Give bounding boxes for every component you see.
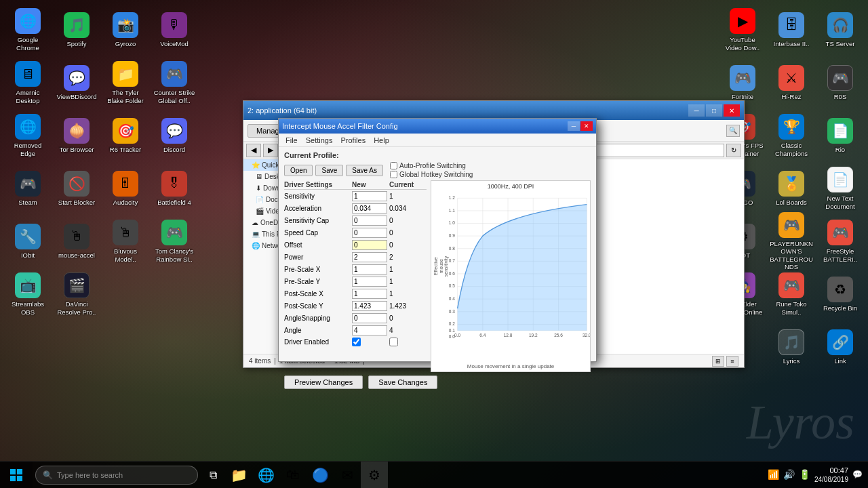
desktop-icon-audacity[interactable]: 🎚 Audacity (101, 162, 150, 215)
desktop-icon-rune-toko[interactable]: 🎮 Rune Toko Simul.. (767, 268, 816, 321)
taskbar-store-icon: 🛍 (286, 467, 300, 483)
svg-text:1.2: 1.2 (449, 195, 455, 200)
desktop-icon-lyrics[interactable]: 🎵 Lyrics (767, 321, 816, 373)
search-button[interactable]: 🔍 (726, 125, 740, 137)
intercept-minimize[interactable]: ─ (568, 121, 580, 131)
table-row-postscale-x: Post-Scale X 1 (284, 287, 427, 300)
desktop-icon-youtube[interactable]: ▶ YouTube Video Dow.. (718, 3, 767, 56)
refresh-button[interactable]: ↻ (726, 144, 741, 157)
desktop-icon-removed-edge[interactable]: 🌐 Removed Edge (3, 109, 52, 162)
current-prescale-x: 1 (389, 266, 427, 273)
input-power[interactable] (352, 252, 387, 262)
current-postscale-y: 1.423 (389, 302, 427, 310)
taskbar-chrome[interactable]: 🔵 (307, 462, 334, 489)
tray-battery-icon[interactable]: 🔋 (799, 469, 810, 480)
input-anglesnapping[interactable] (352, 313, 387, 323)
desktop-icon-classic-champs[interactable]: 🏆 Classic Champions (767, 109, 816, 162)
menu-settings[interactable]: Settings (302, 136, 337, 145)
taskbar-settings[interactable]: ⚙ (361, 462, 388, 489)
tray-network-icon[interactable]: 📶 (768, 469, 779, 480)
desktop-icon-r6tracker[interactable]: 🎯 R6 Tracker (101, 109, 150, 162)
open-button[interactable]: Open (284, 165, 313, 176)
menu-profiles[interactable]: Profiles (336, 136, 370, 145)
minimize-button[interactable]: ─ (688, 104, 705, 117)
desktop-icon-recycle[interactable]: ♻ Recycle Bin (816, 268, 865, 321)
desktop-icon-chrome[interactable]: 🌐 Google Chrome (3, 3, 52, 56)
desktop-icon-tor[interactable]: 🧅 Tor Browser (52, 109, 101, 162)
desktop-icon-streamlabs[interactable]: 📺 Streamlabs OBS (3, 268, 52, 321)
auto-profile-label: Auto-Profile Switching (390, 162, 473, 169)
desktop-icon-csgo-global[interactable]: 🎮 Counter Strike Global Off.. (150, 56, 199, 109)
desktop-icon-ts-server[interactable]: 🎧 TS Server (816, 3, 865, 56)
tray-volume-icon[interactable]: 🔊 (783, 469, 795, 480)
desktop-icon-interbase[interactable]: 🗄 Interbase II.. (767, 3, 816, 56)
save-as-button[interactable]: Save As (346, 165, 383, 176)
label-sensitivity-cap: Sensitivity Cap (284, 217, 352, 224)
svg-text:0.5: 0.5 (449, 283, 455, 288)
input-sensitivity-cap[interactable] (352, 216, 387, 226)
desktop-icon-bf4[interactable]: 🎖 Battlefield 4 (150, 162, 199, 215)
taskbar-search[interactable]: 🔍 Type here to search (35, 466, 198, 485)
label-speed-cap: Speed Cap (284, 229, 352, 237)
desktop-icon-spotify[interactable]: 🎵 Spotify (52, 3, 101, 56)
taskbar-file-explorer[interactable]: 📁 (225, 462, 252, 489)
save-changes-button[interactable]: Save Changes (368, 375, 437, 389)
input-offset[interactable] (352, 240, 387, 250)
chart-svg: 1.2 1.1 1.0 0.9 0.8 0.7 0.6 0.5 0.4 0.3 … (431, 192, 590, 363)
desktop-icon-link[interactable]: 🔗 Link (816, 321, 865, 373)
taskbar-store[interactable]: 🛍 (279, 462, 307, 489)
start-button[interactable] (0, 462, 33, 489)
input-angle[interactable] (352, 325, 387, 336)
desktop-icon-steam[interactable]: 🎮 Steam (3, 162, 52, 215)
taskbar-edge[interactable]: 🌐 (252, 462, 279, 489)
input-sensitivity[interactable] (352, 191, 387, 201)
task-view-button[interactable]: ⧉ (201, 462, 225, 489)
desktop-icon-hi-rez[interactable]: ⚔ Hi-Rez (767, 56, 816, 109)
desktop-icon-iobit[interactable]: 🔧 IObit (3, 215, 52, 268)
global-hotkey-checkbox[interactable] (390, 171, 397, 178)
desktop-icon-freestyle[interactable]: 🎮 FreeStyle BATTLERI.. (816, 215, 865, 268)
menu-help[interactable]: Help (370, 136, 393, 145)
desktop-icon-pubg[interactable]: 🎮 PLAYERUNKNOWN'S BATTLEGROUNDS (767, 215, 816, 268)
back-button[interactable]: ◀ (246, 144, 261, 157)
desktop-icon-mouse-accel[interactable]: 🖱 mouse-accel (52, 215, 101, 268)
desktop-icon-lol-boards[interactable]: 🏅 Lol Boards (767, 162, 816, 215)
desktop-icon-tyler-blake[interactable]: 📁 The Tyler Blake Folder (101, 56, 150, 109)
desktop-icon-bluvous[interactable]: 🖱 Bluvous Model.. (101, 215, 150, 268)
intercept-close[interactable]: ✕ (580, 121, 593, 131)
desktop-icon-davinci[interactable]: 🎬 DaVinci Resolve Pro.. (52, 268, 101, 321)
menu-file[interactable]: File (281, 136, 302, 145)
preview-changes-button[interactable]: Preview Changes (284, 375, 363, 389)
input-speed-cap[interactable] (352, 228, 387, 238)
label-postscale-y: Post-Scale Y (284, 302, 352, 310)
current-sensitivity-cap: 0 (389, 217, 427, 224)
desktop-icon-gyrozo[interactable]: 📸 Gyrozo (101, 3, 150, 56)
view-toggle1[interactable]: ⊞ (712, 356, 724, 367)
desktop-icon-viewdiscord[interactable]: 💬 ViewBDiscord (52, 56, 101, 109)
input-acceleration[interactable] (352, 203, 387, 214)
taskbar-mail[interactable]: ✉ (334, 462, 361, 489)
notification-center-icon[interactable]: 💬 (852, 470, 863, 479)
input-postscale-y[interactable] (352, 301, 387, 311)
save-button[interactable]: Save (315, 165, 343, 176)
input-prescale-x[interactable] (352, 264, 387, 274)
desktop-icon-tom-clancy[interactable]: 🎮 Tom Clancy's Rainbow Si.. (150, 215, 199, 268)
table-row-angle: Angle 4 (284, 324, 427, 336)
desktop-icon-discord[interactable]: 💬 Discord (150, 109, 199, 162)
svg-text:0.6: 0.6 (449, 271, 455, 276)
desktop-icon-rio[interactable]: 📄 Rio (816, 109, 865, 162)
forward-button[interactable]: ▶ (263, 144, 278, 157)
taskbar-clock[interactable]: 00:47 24/08/2019 (814, 466, 848, 484)
input-prescale-y[interactable] (352, 277, 387, 287)
auto-profile-checkbox[interactable] (390, 162, 397, 169)
desktop-icon-voicemod[interactable]: 🎙 VoiceMod (150, 3, 199, 56)
desktop-icon-ros[interactable]: 🎮 R0S (816, 56, 865, 109)
maximize-button[interactable]: □ (706, 104, 722, 117)
close-button[interactable]: ✕ (724, 104, 740, 117)
desktop-icon-remote-desktop[interactable]: 🖥 Amernic Desktop (3, 56, 52, 109)
desktop-icon-new-text[interactable]: 📄 New Text Document (816, 162, 865, 215)
input-driver-enabled[interactable] (352, 338, 361, 346)
input-postscale-x[interactable] (352, 289, 387, 299)
desktop-icon-start-blocker[interactable]: 🚫 Start Blocker (52, 162, 101, 215)
view-toggle2[interactable]: ≡ (726, 356, 738, 367)
